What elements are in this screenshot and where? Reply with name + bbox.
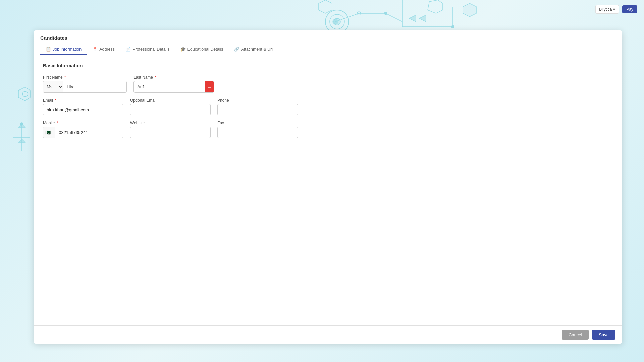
tab-job-information-label: Job Information: [53, 47, 82, 52]
chevron-down-icon: ▾: [613, 7, 615, 12]
save-button[interactable]: Save: [592, 330, 615, 340]
pay-button[interactable]: Pay: [622, 5, 637, 13]
cancel-button[interactable]: Cancel: [562, 330, 589, 340]
tab-professional-details-label: Professional Details: [132, 47, 169, 52]
tab-professional-details[interactable]: 📄 Professional Details: [120, 44, 175, 55]
tab-attachment-url-label: Attachment & Url: [241, 47, 273, 52]
tab-educational-details[interactable]: 🎓 Educational Details: [175, 44, 229, 55]
last-name-action-button[interactable]: ...: [205, 81, 214, 92]
dialog-header: Candidates 📋 Job Information 📍 Address 📄…: [34, 30, 622, 55]
bilytica-dropdown[interactable]: Bilytica ▾: [595, 5, 619, 14]
professional-icon: 📄: [125, 47, 131, 52]
phone-input[interactable]: [217, 104, 298, 115]
form-group-first-name: First Name * Ms. Mr. Mrs. Dr.: [43, 75, 127, 93]
mobile-input[interactable]: [55, 128, 123, 137]
last-name-input[interactable]: [134, 82, 205, 92]
address-icon: 📍: [92, 47, 98, 52]
form-row-email: Email * Optional Email Phone: [43, 98, 613, 115]
mobile-wrapper: 🇵🇰 -: [43, 127, 123, 138]
website-input[interactable]: [130, 127, 211, 138]
form-group-fax: Fax: [217, 121, 298, 138]
website-label: Website: [130, 121, 211, 125]
mobile-required: *: [55, 121, 58, 125]
name-prefix-select[interactable]: Ms. Mr. Mrs. Dr.: [43, 81, 63, 92]
first-name-required: *: [63, 75, 66, 80]
bilytica-label: Bilytica: [599, 7, 612, 12]
form-row-mobile: Mobile * 🇵🇰 - Website Fax: [43, 121, 613, 138]
dialog-body: Basic Information First Name * Ms. Mr. M…: [34, 55, 622, 325]
tab-attachment-url[interactable]: 🔗 Attachment & Url: [229, 44, 278, 55]
job-info-icon: 📋: [46, 47, 51, 52]
form-group-last-name: Last Name * ...: [133, 75, 214, 93]
tab-job-information[interactable]: 📋 Job Information: [40, 44, 87, 55]
form-group-email: Email *: [43, 98, 123, 115]
country-code-label: -: [52, 130, 53, 135]
tabs-container: 📋 Job Information 📍 Address 📄 Profession…: [40, 44, 615, 55]
optional-email-input[interactable]: [130, 104, 211, 115]
optional-email-label: Optional Email: [130, 98, 211, 103]
email-label: Email *: [43, 98, 123, 103]
tab-address-label: Address: [99, 47, 115, 52]
email-input[interactable]: [43, 104, 123, 115]
tab-address[interactable]: 📍 Address: [87, 44, 120, 55]
mobile-flag-selector[interactable]: 🇵🇰 -: [43, 127, 55, 138]
form-group-website: Website: [130, 121, 211, 138]
top-bar: Bilytica ▾ Pay: [0, 0, 644, 18]
last-name-wrapper: ...: [133, 81, 214, 93]
educational-icon: 🎓: [180, 47, 186, 52]
first-name-input[interactable]: [63, 81, 126, 92]
candidates-dialog: Candidates 📋 Job Information 📍 Address 📄…: [34, 30, 622, 344]
phone-label: Phone: [217, 98, 298, 103]
form-group-mobile: Mobile * 🇵🇰 -: [43, 121, 123, 138]
dialog-title: Candidates: [40, 35, 615, 41]
last-name-label: Last Name *: [133, 75, 214, 80]
form-group-phone: Phone: [217, 98, 298, 115]
fax-input[interactable]: [217, 127, 298, 138]
form-row-name: First Name * Ms. Mr. Mrs. Dr. Last Name …: [43, 75, 613, 93]
first-name-label: First Name *: [43, 75, 127, 80]
last-name-required: *: [154, 75, 156, 80]
form-group-optional-email: Optional Email: [130, 98, 211, 115]
tab-educational-details-label: Educational Details: [187, 47, 223, 52]
email-required: *: [54, 98, 56, 103]
section-basic-info-title: Basic Information: [43, 63, 613, 68]
last-name-action-label: ...: [208, 85, 211, 89]
pakistan-flag-icon: 🇵🇰: [45, 130, 51, 135]
pay-label: Pay: [626, 7, 633, 12]
mobile-label: Mobile *: [43, 121, 123, 125]
first-name-input-wrapper: Ms. Mr. Mrs. Dr.: [43, 81, 127, 93]
fax-label: Fax: [217, 121, 298, 125]
dialog-footer: Cancel Save: [34, 325, 622, 344]
attachment-icon: 🔗: [234, 47, 239, 52]
